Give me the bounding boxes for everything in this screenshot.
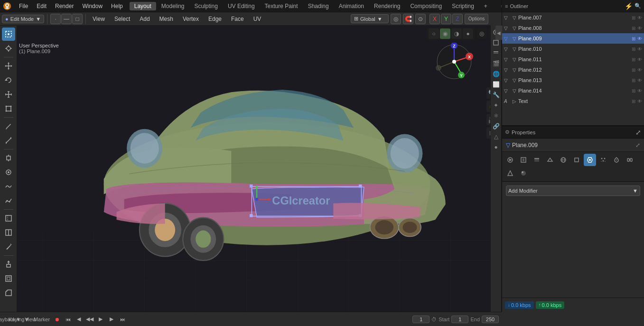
step-back-btn[interactable]: ◀ — [74, 315, 84, 324]
tool-select-box[interactable] — [2, 28, 15, 41]
physics-props-btn[interactable] — [610, 154, 623, 166]
tool-knife[interactable] — [2, 240, 15, 253]
particles-props-btn[interactable] — [597, 154, 609, 166]
world-props-btn[interactable] — [557, 154, 569, 166]
material-shading-btn[interactable]: ◑ — [451, 28, 462, 39]
outliner-item-text[interactable]: A ▷ Text ⊞ 👁 — [502, 96, 644, 106]
overlay-btn[interactable]: ◎ — [476, 28, 487, 39]
uv-menu-btn[interactable]: UV — [250, 15, 265, 23]
tool-randomize[interactable] — [2, 194, 15, 207]
tool-rotate[interactable] — [2, 74, 15, 87]
tool-edge-slide[interactable] — [2, 212, 15, 225]
plane010-eye-icon[interactable]: 👁 — [637, 47, 642, 52]
tool-transform[interactable] — [2, 102, 15, 115]
play-reverse-btn[interactable]: ◀◀ — [85, 315, 94, 324]
plane007-restrict-icon[interactable]: ⊞ — [632, 15, 635, 20]
plane009-restrict-icon[interactable]: ⊞ — [632, 36, 635, 41]
workspace-modeling[interactable]: Modeling — [157, 2, 189, 10]
workspace-animation[interactable]: Animation — [334, 2, 369, 10]
tool-annotate[interactable] — [2, 120, 15, 133]
plane009-eye-icon[interactable]: 👁 — [637, 36, 642, 41]
workspace-uv-editing[interactable]: UV Editing — [223, 2, 260, 10]
proportional-edit-btn[interactable]: ⊙ — [415, 14, 426, 24]
plane011-eye-icon[interactable]: 👁 — [637, 57, 642, 62]
start-frame-field[interactable]: 1 — [451, 316, 468, 323]
face-menu-btn[interactable]: Face — [227, 15, 248, 23]
workspace-layout[interactable]: Layout — [130, 2, 156, 10]
constraints-props-btn[interactable] — [624, 154, 636, 166]
face-select-btn[interactable]: □ — [72, 14, 83, 24]
axis-y-btn[interactable]: Y — [441, 14, 451, 24]
step-forward-btn[interactable]: ▶ — [107, 315, 116, 324]
plane012-restrict-icon[interactable]: ⊞ — [632, 67, 635, 73]
jump-end-btn[interactable]: ⏭ — [118, 315, 127, 324]
outliner-item-plane014[interactable]: ▽ ▽ Plane.014 ⊞ 👁 — [502, 85, 644, 96]
outliner-item-plane009[interactable]: ▽ ▽ Plane.009 ⊞ 👁 — [502, 33, 644, 44]
vertex-menu-btn[interactable]: Vertex — [179, 15, 203, 23]
properties-expand-icon[interactable]: ⤢ — [635, 129, 641, 136]
plane008-eye-icon[interactable]: 👁 — [637, 26, 642, 31]
tool-push-pull[interactable] — [2, 166, 15, 179]
workspace-compositing[interactable]: Compositing — [405, 2, 447, 10]
sidebar-material-icon[interactable]: ● — [491, 142, 501, 152]
vertex-select-btn[interactable]: · — [50, 14, 61, 24]
menu-render[interactable]: Render — [51, 2, 77, 10]
solid-shading-btn[interactable]: ◉ — [440, 28, 450, 39]
select-menu-btn[interactable]: Select — [111, 15, 134, 23]
plane007-eye-icon[interactable]: 👁 — [637, 15, 642, 20]
wire-shading-btn[interactable]: ○ — [429, 28, 439, 39]
axis-z-btn[interactable]: Z — [452, 14, 463, 24]
play-forward-btn[interactable]: ▶ — [96, 315, 105, 324]
view-menu-btn[interactable]: View — [89, 15, 109, 23]
sidebar-object-icon[interactable]: ⬜ — [491, 80, 501, 89]
edge-select-btn[interactable]: — — [61, 14, 72, 24]
outliner-item-plane012[interactable]: ▽ ▽ Plane.012 ⊞ 👁 — [502, 65, 644, 75]
menu-file[interactable]: File — [15, 2, 32, 10]
plane012-eye-icon[interactable]: 👁 — [637, 67, 642, 73]
mode-selector[interactable]: ● Edit Mode ▼ — [2, 15, 44, 23]
plane013-eye-icon[interactable]: 👁 — [637, 78, 642, 83]
rendered-shading-btn[interactable]: ● — [463, 28, 473, 39]
outliner-item-plane007[interactable]: ▽ ▽ Plane.007 ⊞ 👁 — [502, 12, 644, 23]
menu-window[interactable]: Window — [78, 2, 106, 10]
axis-x-btn[interactable]: X — [429, 14, 440, 24]
data-props-btn[interactable] — [504, 167, 516, 179]
menu-help[interactable]: Help — [107, 2, 127, 10]
modifier-props-btn[interactable] — [584, 154, 596, 166]
keying-dropdown[interactable]: Keying▼ — [14, 315, 24, 324]
sidebar-data-icon[interactable]: △ — [491, 132, 501, 141]
tool-extrude[interactable] — [2, 258, 15, 271]
workspace-sculpting[interactable]: Sculpting — [190, 2, 223, 10]
sidebar-modifier-icon[interactable]: 🔧 — [491, 90, 501, 100]
transform-custom-btn[interactable]: Options — [465, 14, 488, 24]
outliner-item-plane013[interactable]: ▽ ▽ Plane.013 ⊞ 👁 — [502, 75, 644, 85]
render-props-btn[interactable] — [504, 154, 516, 166]
tool-cursor[interactable] — [2, 42, 15, 55]
outliner-item-plane011[interactable]: ▽ ▽ Plane.011 ⊞ 👁 — [502, 54, 644, 65]
add-menu-btn[interactable]: Add — [136, 15, 153, 23]
sidebar-view-layer-icon[interactable] — [491, 48, 501, 58]
plane014-eye-icon[interactable]: 👁 — [637, 88, 642, 93]
transform-selector[interactable]: ⊞ Global ▼ — [351, 14, 389, 23]
sidebar-world-icon[interactable]: 🌐 — [491, 69, 501, 79]
current-frame-field[interactable]: 1 — [412, 316, 429, 323]
outliner-item-plane010[interactable]: ▽ ▽ Plane.010 ⊞ 👁 — [502, 44, 644, 54]
marker-btn[interactable]: Marker — [37, 315, 47, 324]
plane008-restrict-icon[interactable]: ⊞ — [632, 26, 635, 31]
tool-scale[interactable] — [2, 88, 15, 101]
sidebar-particles-icon[interactable]: ✦ — [491, 101, 501, 110]
tool-loop-cut[interactable] — [2, 226, 15, 239]
panel-collapse-btn[interactable]: ◀ — [495, 26, 502, 40]
outliner-filter-icon[interactable]: ⚡ — [625, 2, 633, 10]
tool-move[interactable] — [2, 59, 15, 73]
workspace-rendering[interactable]: Rendering — [369, 2, 405, 10]
properties-pin-icon[interactable]: ⤢ — [635, 142, 640, 149]
mesh-menu-btn[interactable]: Mesh — [156, 15, 177, 23]
add-modifier-btn[interactable]: Add Modifier ▼ — [506, 186, 640, 196]
outliner-item-plane008[interactable]: ▽ ▽ Plane.008 ⊞ 👁 — [502, 23, 644, 33]
sidebar-constraints-icon[interactable]: 🔗 — [491, 121, 501, 131]
plane010-restrict-icon[interactable]: ⊞ — [632, 47, 635, 52]
output-props-btn[interactable] — [517, 154, 530, 166]
plane013-restrict-icon[interactable]: ⊞ — [632, 78, 635, 83]
outliner-search-icon[interactable]: 🔍 — [635, 3, 641, 9]
